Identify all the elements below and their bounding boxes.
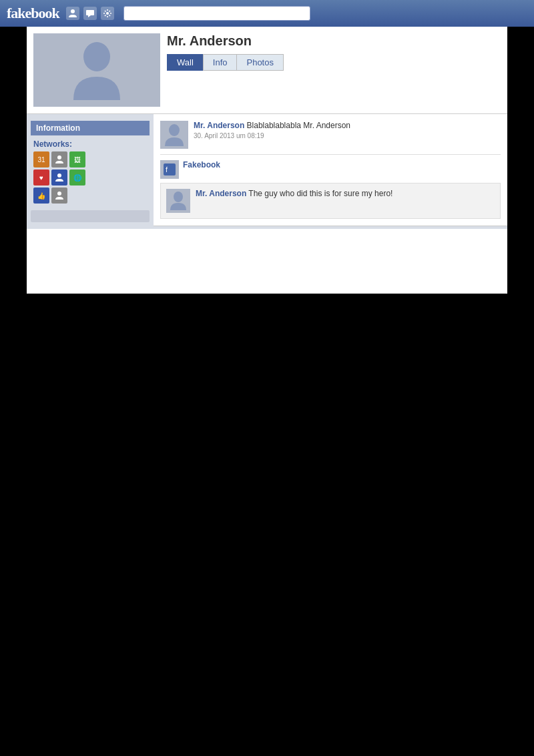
profile-info: Mr. Anderson Wall Info Photos [160, 33, 501, 71]
logo[interactable]: fakebook [7, 5, 59, 22]
profile-picture [33, 33, 160, 107]
shared-link[interactable]: Fakebook [183, 160, 220, 169]
main-container: Mr. Anderson Wall Info Photos Informatio… [27, 27, 507, 294]
nav-icons [66, 7, 114, 20]
sidebar-icon-like: 👍 [33, 187, 49, 204]
sidebar-icon-heart: ♥ [33, 169, 49, 185]
svg-point-10 [174, 192, 183, 202]
sidebar-section-title: Information [31, 121, 150, 135]
sidebar-icon-person3 [51, 187, 67, 204]
sidebar-icon-calendar: 31 [33, 151, 49, 167]
post-header: Mr. Anderson Blablablablabla Mr. Anderso… [160, 121, 501, 149]
comment-body: Mr. Anderson The guy who did this is for… [196, 189, 495, 213]
post-author-name: Mr. Anderson [194, 121, 244, 130]
content-area: Information Networks: 31 🖼 ♥ 🌐 👍 [27, 114, 507, 229]
svg-point-3 [83, 42, 110, 71]
sidebar-icons-grid: 31 🖼 ♥ 🌐 👍 [31, 151, 150, 204]
comment-text: The guy who did this is for sure my hero… [248, 189, 392, 198]
settings-nav-icon[interactable] [101, 7, 114, 20]
svg-point-2 [106, 12, 109, 15]
sidebar-icon-photo: 🖼 [69, 151, 85, 167]
post-divider [160, 154, 501, 155]
comment-author-avatar [166, 189, 190, 213]
sidebar-icon-network: 🌐 [69, 169, 85, 185]
svg-point-5 [57, 173, 61, 177]
tab-wall[interactable]: Wall [167, 54, 203, 71]
svg-point-0 [71, 9, 75, 13]
shared-post-icon: f [160, 160, 179, 179]
tab-photos[interactable]: Photos [236, 54, 283, 71]
svg-point-4 [57, 155, 61, 159]
post: Mr. Anderson Blablablablabla Mr. Anderso… [154, 114, 507, 226]
tab-bar: Wall Info Photos [167, 54, 501, 71]
search-bar[interactable] [123, 6, 310, 21]
search-input[interactable] [123, 6, 310, 21]
sidebar-bottom-box [31, 210, 150, 222]
comment-box: Mr. Anderson The guy who did this is for… [160, 183, 501, 219]
svg-point-6 [57, 192, 61, 196]
header: fakebook [0, 0, 534, 27]
person-nav-icon[interactable] [66, 7, 79, 20]
sidebar-networks-label: Networks: [31, 139, 150, 149]
comment-author-name: Mr. Anderson [196, 189, 246, 198]
wall: Mr. Anderson Blablablablabla Mr. Anderso… [154, 114, 507, 226]
profile-name: Mr. Anderson [167, 33, 501, 49]
post-author-avatar [160, 121, 188, 149]
svg-point-7 [169, 124, 180, 136]
profile-header: Mr. Anderson Wall Info Photos [27, 27, 507, 114]
sidebar-icon-person1 [51, 151, 67, 167]
svg-rect-1 [86, 10, 94, 15]
post-body: Mr. Anderson Blablablablabla Mr. Anderso… [194, 121, 501, 139]
message-nav-icon[interactable] [83, 7, 97, 20]
post-text: Blablablablabla Mr. Anderson [247, 121, 350, 130]
sidebar-icon-person2 [51, 169, 67, 185]
post-meta: 30. April 2013 um 08:19 [194, 132, 501, 139]
shared-post: f Fakebook [160, 160, 501, 179]
sidebar: Information Networks: 31 🖼 ♥ 🌐 👍 [27, 114, 154, 229]
tab-info[interactable]: Info [203, 54, 237, 71]
